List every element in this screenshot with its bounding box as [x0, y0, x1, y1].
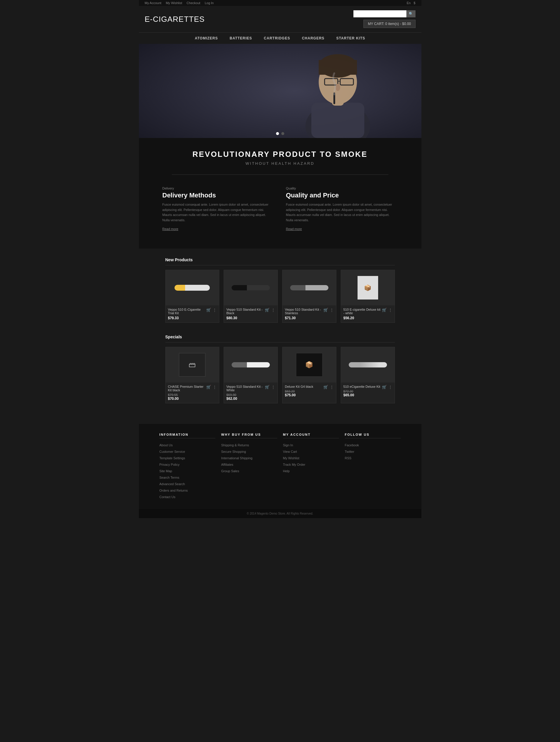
- product-price-deluxe-white: $56.20: [344, 316, 392, 320]
- footer-link-template-settings[interactable]: Template Settings: [159, 455, 215, 461]
- my-account-link[interactable]: My Account: [145, 1, 161, 5]
- add-to-cart-btn-deluxe2[interactable]: 🛒: [382, 385, 387, 389]
- footer-link-sign-in[interactable]: Sign In: [283, 442, 339, 448]
- special-card-g4: 📦 Deluxe Kit G4 black 🛒 ⋮ $83.20 $75.00: [282, 347, 336, 403]
- price-row-deluxe2: $72.30 $65.00: [344, 389, 392, 397]
- more-btn-black[interactable]: ⋮: [271, 308, 275, 312]
- product-name-row-stainless: Veppo 510 Standard Kit - Stainless 🛒 ⋮: [285, 308, 334, 316]
- hero-dot-2[interactable]: [281, 132, 284, 135]
- more-btn-stainless[interactable]: ⋮: [330, 308, 334, 312]
- special-info-white: Veppo 510 Standard Kit - White 🛒 ⋮ $69.3…: [224, 382, 277, 403]
- delivery-text: Fusce euismod consequat ante. Lorem ipsu…: [162, 202, 274, 223]
- footer-link-wishlist[interactable]: My Wishlist: [283, 455, 339, 461]
- add-to-cart-btn-stainless[interactable]: 🛒: [323, 308, 328, 312]
- add-to-cart-btn-deluxe-white[interactable]: 🛒: [382, 308, 387, 312]
- product-img-inner-deluxe-white: 📦: [358, 276, 378, 300]
- product-img-inner-stainless: [290, 285, 328, 290]
- footer-link-about[interactable]: About Us: [159, 442, 215, 448]
- delivery-read-more[interactable]: Read more: [162, 227, 178, 231]
- footer-link-view-cart[interactable]: View Cart: [283, 448, 339, 455]
- header-right: 🔍 MY CART: 0 item(s) - $0.00: [353, 10, 415, 28]
- footer-link-advanced-search[interactable]: Advanced Search: [159, 481, 215, 487]
- footer-link-group-sales[interactable]: Group Sales: [221, 468, 277, 474]
- nav-chargers[interactable]: CHARGERS: [296, 33, 330, 44]
- special-img-white: [224, 347, 277, 382]
- special-card-white: Veppo 510 Standard Kit - White 🛒 ⋮ $69.3…: [224, 347, 278, 403]
- special-name-g4[interactable]: Deluxe Kit G4 black: [285, 385, 313, 388]
- quality-read-more[interactable]: Read more: [286, 227, 302, 231]
- product-name-trial[interactable]: Veppo 510 E-Cigarette Trial Kit: [168, 308, 207, 315]
- logo[interactable]: E-CIGARETTES: [145, 15, 205, 24]
- footer-link-international[interactable]: International Shipping: [221, 455, 277, 461]
- footer-link-help[interactable]: Help: [283, 468, 339, 474]
- more-btn-deluxe2[interactable]: ⋮: [389, 385, 392, 389]
- special-name-white[interactable]: Veppo 510 Standard Kit - White: [226, 385, 265, 392]
- add-to-cart-btn-white[interactable]: 🛒: [265, 385, 269, 389]
- footer-link-orders-returns[interactable]: Orders and Returns: [159, 487, 215, 494]
- search-button[interactable]: 🔍: [406, 10, 415, 17]
- delivery-title: Delivery Methods: [162, 192, 274, 199]
- special-name-chase[interactable]: CHASE Premium Starter Kit black: [168, 385, 207, 392]
- special-name-row-chase: CHASE Premium Starter Kit black 🛒 ⋮: [168, 385, 217, 393]
- footer-link-track-order[interactable]: Track My Order: [283, 461, 339, 468]
- footer-col-my-account: MY ACCOUNT Sign In View Cart My Wishlist…: [283, 433, 339, 500]
- add-to-cart-btn-g4[interactable]: 🛒: [323, 385, 328, 389]
- product-name-black[interactable]: Veppo 510 Standard Kit - Black: [226, 308, 265, 315]
- footer-link-privacy-policy[interactable]: Privacy Policy: [159, 461, 215, 468]
- nav-batteries[interactable]: BATTERIES: [224, 33, 258, 44]
- footer-col-why-buy: WHY BUY FROM US Shipping & Returns Secur…: [221, 433, 277, 500]
- footer-link-contact-us[interactable]: Contact Us: [159, 494, 215, 500]
- hero-dot-1[interactable]: [276, 132, 279, 135]
- product-info-deluxe-white: 510 E-cigarette Deluxe kit - white 🛒 ⋮ $…: [341, 305, 395, 322]
- svg-rect-5: [319, 60, 357, 75]
- checkout-link[interactable]: Checkout: [187, 1, 200, 5]
- hero-person-illustration: [297, 44, 379, 138]
- footer-col-information: INFORMATION About Us Customer Service Te…: [159, 433, 215, 500]
- search-input[interactable]: [353, 10, 406, 17]
- copyright: © 2014 Magento Demo Store. All Rights Re…: [247, 512, 313, 515]
- product-price-stainless: $71.30: [285, 316, 334, 320]
- cart-button[interactable]: MY CART: 0 item(s) - $0.00: [363, 20, 415, 28]
- product-name-stainless[interactable]: Veppo 510 Standard Kit - Stainless: [285, 308, 323, 315]
- feature-subtitle: WITHOUT HEALTH HAZARD: [145, 161, 415, 166]
- footer-link-site-map[interactable]: Site Map: [159, 468, 215, 474]
- footer-title-my-account: MY ACCOUNT: [283, 433, 339, 438]
- my-wishlist-link[interactable]: My Wishlist: [166, 1, 182, 5]
- header: E-CIGARETTES 🔍 MY CART: 0 item(s) - $0.0…: [139, 6, 421, 32]
- special-card-chase: 🗃 CHASE Premium Starter Kit black 🛒 ⋮ $7…: [165, 347, 219, 403]
- nav-starter-kits[interactable]: STARTER KITS: [330, 33, 371, 44]
- add-to-cart-btn-black[interactable]: 🛒: [265, 308, 269, 312]
- footer-link-customer-service[interactable]: Customer Service: [159, 448, 215, 455]
- language-selector[interactable]: En: [407, 1, 410, 5]
- special-icons-chase: 🛒 ⋮: [206, 385, 216, 389]
- price-row-g4: $83.20 $75.00: [285, 389, 334, 397]
- add-to-cart-btn-trial[interactable]: 🛒: [206, 308, 211, 312]
- footer-link-search-terms[interactable]: Search Terms: [159, 474, 215, 481]
- product-name-deluxe-white[interactable]: 510 E-cigarette Deluxe kit - white: [344, 308, 382, 315]
- footer-link-secure-shopping[interactable]: Secure Shopping: [221, 448, 277, 455]
- more-btn-g4[interactable]: ⋮: [330, 385, 334, 389]
- product-card-black: Veppo 510 Standard Kit - Black 🛒 ⋮ $80.3…: [224, 270, 278, 323]
- new-products-title: New Products: [165, 255, 395, 265]
- special-img-inner-chase: 🗃: [179, 353, 205, 377]
- special-name-deluxe2[interactable]: 510 eCigarette Deluxe Kit: [344, 385, 380, 388]
- special-icons-g4: 🛒 ⋮: [323, 385, 334, 389]
- footer-link-affiliates[interactable]: Affiliates: [221, 461, 277, 468]
- nav-cartridges[interactable]: CARTRIDGES: [258, 33, 296, 44]
- more-btn-white[interactable]: ⋮: [271, 385, 275, 389]
- more-btn-trial[interactable]: ⋮: [213, 308, 216, 312]
- login-link[interactable]: Log In: [205, 1, 214, 5]
- product-name-row: Veppo 510 E-Cigarette Trial Kit 🛒 ⋮: [168, 308, 217, 316]
- footer-link-twitter[interactable]: Twitter: [345, 448, 401, 455]
- footer-link-facebook[interactable]: Facebook: [345, 442, 401, 448]
- hero-dots: [276, 132, 284, 135]
- more-btn-deluxe-white[interactable]: ⋮: [389, 308, 392, 312]
- currency-selector[interactable]: $: [413, 1, 415, 5]
- footer-link-shipping[interactable]: Shipping & Returns: [221, 442, 277, 448]
- nav-atomizers[interactable]: ATOMIZERS: [189, 33, 224, 44]
- add-to-cart-btn-chase[interactable]: 🛒: [206, 385, 211, 389]
- footer-title-follow-us: FOLLOW US: [345, 433, 401, 438]
- footer-link-rss[interactable]: RSS: [345, 455, 401, 461]
- price-new-chase: $70.00: [168, 396, 217, 401]
- more-btn-chase[interactable]: ⋮: [213, 385, 216, 389]
